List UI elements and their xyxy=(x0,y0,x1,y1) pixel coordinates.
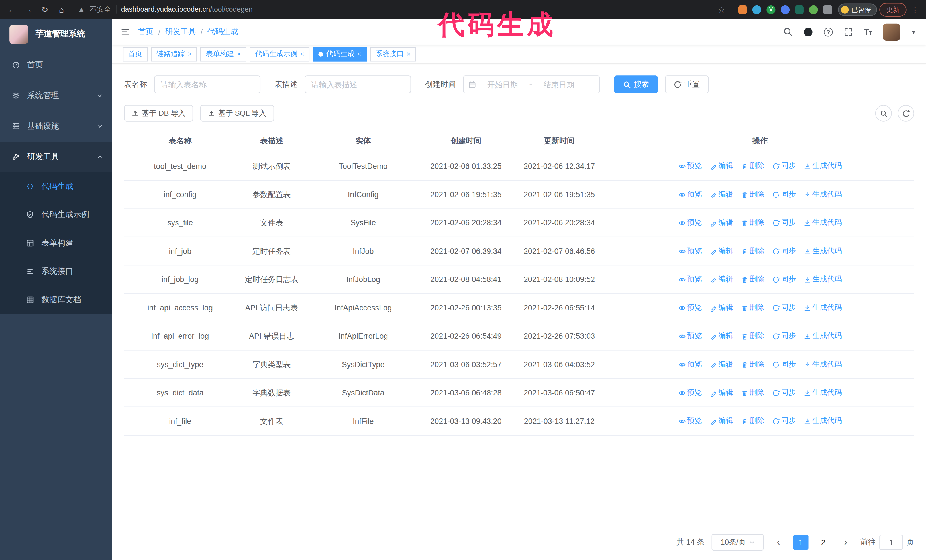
page-button-1[interactable]: 1 xyxy=(793,535,809,550)
generate-code-link[interactable]: 生成代码 xyxy=(803,416,842,426)
delete-link[interactable]: 删除 xyxy=(741,217,764,228)
sync-link[interactable]: 同步 xyxy=(772,189,796,199)
delete-link[interactable]: 删除 xyxy=(741,331,764,341)
delete-link[interactable]: 删除 xyxy=(741,189,764,199)
sidebar-subitem-codegen-example[interactable]: 代码生成示例 xyxy=(0,201,112,229)
edit-link[interactable]: 编辑 xyxy=(710,359,733,370)
page-size-select[interactable]: 10条/页 xyxy=(712,534,764,551)
puzzle-extensions-icon[interactable] xyxy=(823,5,832,14)
caret-down-icon[interactable]: ▼ xyxy=(911,29,917,35)
sidebar-item-infrastructure[interactable]: 基础设施 xyxy=(0,111,112,142)
help-icon[interactable]: ? xyxy=(824,27,832,36)
font-size-icon[interactable]: TT xyxy=(864,28,872,36)
edit-link[interactable]: 编辑 xyxy=(710,416,733,426)
delete-link[interactable]: 删除 xyxy=(741,388,764,398)
tab-home[interactable]: 首页 xyxy=(123,47,148,61)
tab-tracing[interactable]: 链路追踪× xyxy=(151,47,197,61)
sync-link[interactable]: 同步 xyxy=(772,331,796,341)
refresh-table-button[interactable] xyxy=(898,105,914,122)
sidebar-subitem-db-doc[interactable]: 数据库文档 xyxy=(0,286,112,314)
preview-link[interactable]: 预览 xyxy=(678,246,702,256)
github-icon[interactable] xyxy=(803,27,813,37)
sync-link[interactable]: 同步 xyxy=(772,303,796,313)
generate-code-link[interactable]: 生成代码 xyxy=(803,303,842,313)
extension-icon-people[interactable] xyxy=(781,5,790,14)
preview-link[interactable]: 预览 xyxy=(678,274,702,284)
preview-link[interactable]: 预览 xyxy=(678,416,702,426)
breadcrumb-item-devtools[interactable]: 研发工具 xyxy=(165,27,196,37)
breadcrumb-item-home[interactable]: 首页 xyxy=(138,27,154,37)
edit-link[interactable]: 编辑 xyxy=(710,331,733,341)
extension-icon-darkgreen[interactable] xyxy=(795,5,804,14)
profile-paused-badge[interactable]: 已暂停 xyxy=(838,3,877,16)
browser-home-button[interactable]: ⌂ xyxy=(54,2,69,17)
edit-link[interactable]: 编辑 xyxy=(710,388,733,398)
generate-code-link[interactable]: 生成代码 xyxy=(803,189,842,199)
preview-link[interactable]: 预览 xyxy=(678,331,702,341)
generate-code-link[interactable]: 生成代码 xyxy=(803,161,842,171)
bookmark-star-icon[interactable]: ☆ xyxy=(718,5,725,14)
tab-codegen-example[interactable]: 代码生成示例× xyxy=(250,47,309,61)
security-label[interactable]: 不安全 xyxy=(90,5,111,15)
browser-forward-button[interactable]: → xyxy=(21,2,36,17)
prev-page-button[interactable]: ‹ xyxy=(771,535,786,550)
preview-link[interactable]: 预览 xyxy=(678,303,702,313)
tab-close-icon[interactable]: × xyxy=(301,51,304,57)
generate-code-link[interactable]: 生成代码 xyxy=(803,246,842,256)
sidebar-item-devtools[interactable]: 研发工具 xyxy=(0,142,112,172)
delete-link[interactable]: 删除 xyxy=(741,161,764,171)
tab-close-icon[interactable]: × xyxy=(188,51,191,57)
sidebar-subitem-codegen[interactable]: 代码生成 xyxy=(0,172,112,201)
delete-link[interactable]: 删除 xyxy=(741,359,764,370)
date-range-picker[interactable]: - xyxy=(463,75,600,93)
delete-link[interactable]: 删除 xyxy=(741,416,764,426)
page-button-2[interactable]: 2 xyxy=(816,535,831,550)
extension-icon-blue[interactable] xyxy=(752,5,761,14)
edit-link[interactable]: 编辑 xyxy=(710,161,733,171)
extension-icon-orange[interactable] xyxy=(738,5,747,14)
edit-link[interactable]: 编辑 xyxy=(710,189,733,199)
tab-close-icon[interactable]: × xyxy=(237,51,241,57)
tab-codegen[interactable]: 代码生成× xyxy=(313,47,366,61)
browser-menu-icon[interactable]: ⋮ xyxy=(909,5,921,14)
search-button[interactable]: 搜索 xyxy=(614,75,658,93)
date-start-input[interactable] xyxy=(480,80,526,89)
generate-code-link[interactable]: 生成代码 xyxy=(803,388,842,398)
reset-button[interactable]: 重置 xyxy=(665,75,709,93)
generate-code-link[interactable]: 生成代码 xyxy=(803,274,842,284)
sync-link[interactable]: 同步 xyxy=(772,388,796,398)
fullscreen-icon[interactable] xyxy=(843,27,853,37)
tab-close-icon[interactable]: × xyxy=(357,51,361,57)
edit-link[interactable]: 编辑 xyxy=(710,303,733,313)
preview-link[interactable]: 预览 xyxy=(678,388,702,398)
preview-link[interactable]: 预览 xyxy=(678,189,702,199)
sync-link[interactable]: 同步 xyxy=(772,274,796,284)
delete-link[interactable]: 删除 xyxy=(741,303,764,313)
browser-refresh-button[interactable]: ↻ xyxy=(38,2,52,17)
date-end-input[interactable] xyxy=(536,80,582,89)
sidebar-subitem-form-builder[interactable]: 表单构建 xyxy=(0,229,112,257)
edit-link[interactable]: 编辑 xyxy=(710,217,733,228)
sync-link[interactable]: 同步 xyxy=(772,359,796,370)
tab-form-builder[interactable]: 表单构建× xyxy=(201,47,247,61)
generate-code-link[interactable]: 生成代码 xyxy=(803,331,842,341)
sync-link[interactable]: 同步 xyxy=(772,246,796,256)
delete-link[interactable]: 删除 xyxy=(741,246,764,256)
next-page-button[interactable]: › xyxy=(838,535,853,550)
address-bar[interactable]: ▲ 不安全 dashboard.yudao.iocoder.cn/tool/co… xyxy=(71,5,732,15)
sync-link[interactable]: 同步 xyxy=(772,416,796,426)
preview-link[interactable]: 预览 xyxy=(678,161,702,171)
edit-link[interactable]: 编辑 xyxy=(710,246,733,256)
extension-icon-green-v[interactable]: V xyxy=(766,5,775,14)
generate-code-link[interactable]: 生成代码 xyxy=(803,359,842,370)
toggle-search-button[interactable] xyxy=(875,105,892,122)
preview-link[interactable]: 预览 xyxy=(678,359,702,370)
tab-system-api[interactable]: 系统接口× xyxy=(370,47,416,61)
sync-link[interactable]: 同步 xyxy=(772,161,796,171)
goto-page-input[interactable] xyxy=(879,535,903,550)
avatar[interactable] xyxy=(883,23,900,41)
import-db-button[interactable]: 基于 DB 导入 xyxy=(124,105,193,122)
sidebar-item-home[interactable]: 首页 xyxy=(0,50,112,80)
url-text[interactable]: dashboard.yudao.iocoder.cn/tool/codegen xyxy=(121,5,253,14)
generate-code-link[interactable]: 生成代码 xyxy=(803,217,842,228)
